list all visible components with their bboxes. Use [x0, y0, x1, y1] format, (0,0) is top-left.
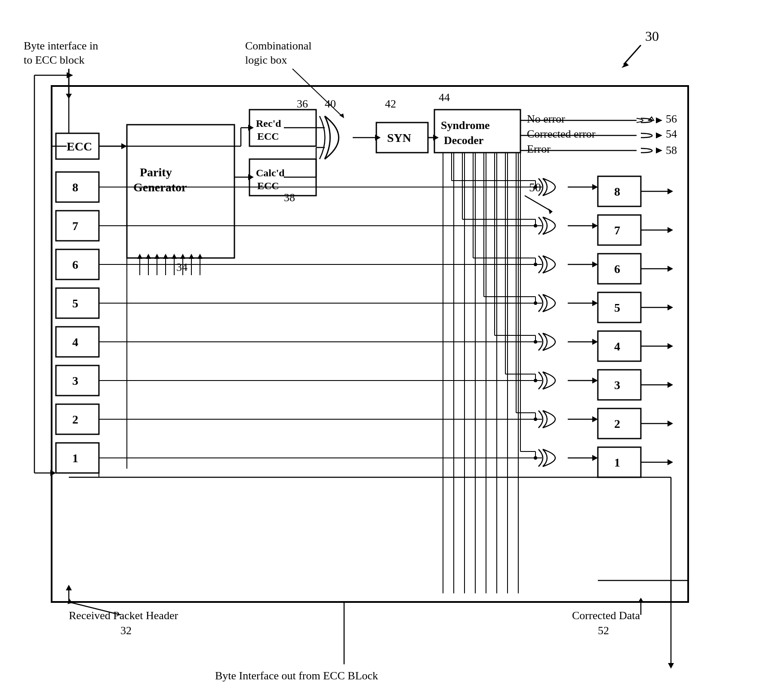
label-58: 58	[666, 144, 677, 157]
byte-1-left: 1	[72, 451, 78, 465]
svg-point-102	[534, 263, 537, 266]
svg-marker-150	[668, 227, 673, 233]
svg-marker-112	[592, 378, 598, 384]
diagram-container: 30 Byte interface in to ECC block Combin…	[0, 0, 763, 700]
svg-marker-35	[248, 125, 254, 131]
label-36: 36	[297, 98, 308, 110]
svg-marker-64	[548, 209, 553, 214]
svg-marker-152	[668, 266, 673, 272]
svg-marker-100	[592, 261, 598, 267]
svg-marker-15	[146, 254, 151, 259]
svg-marker-160	[668, 421, 673, 427]
svg-marker-148	[668, 188, 673, 194]
svg-point-106	[534, 301, 537, 305]
byte-5-right: 5	[614, 301, 620, 314]
corrected-data-number: 52	[598, 624, 609, 637]
label-34: 34	[176, 261, 188, 273]
ecc-block-diagram: 30 Byte interface in to ECC block Combin…	[0, 0, 763, 700]
received-packet-header-label: Received Packet Header	[69, 609, 178, 622]
svg-marker-27	[197, 254, 203, 259]
svg-marker-108	[592, 339, 598, 345]
svg-marker-54	[656, 147, 662, 154]
byte-8-right: 8	[614, 185, 620, 198]
byte-2-right: 2	[614, 417, 620, 430]
svg-marker-120	[592, 455, 598, 461]
svg-point-110	[534, 340, 537, 344]
byte-7-left: 7	[72, 219, 78, 233]
syn-label: SYN	[387, 131, 411, 144]
label-40: 40	[325, 98, 336, 110]
svg-point-118	[534, 418, 537, 421]
svg-marker-166	[638, 598, 644, 603]
byte-6-right: 6	[614, 262, 620, 276]
svg-marker-91	[592, 184, 598, 190]
label-44: 44	[439, 91, 450, 104]
svg-marker-162	[668, 459, 673, 465]
svg-marker-13	[137, 254, 142, 259]
parity-generator-label: Parity	[140, 166, 172, 179]
svg-marker-19	[163, 254, 168, 259]
svg-point-122	[534, 456, 537, 460]
label-56: 56	[666, 113, 677, 125]
byte-5-left: 5	[72, 297, 78, 310]
calcd-ecc-label: Calc'd	[256, 167, 285, 178]
received-packet-header-number: 32	[120, 624, 132, 637]
byte-8-left: 8	[72, 181, 78, 194]
byte-2-left: 2	[72, 413, 78, 426]
svg-marker-44	[375, 135, 381, 141]
byte-6-left: 6	[72, 258, 78, 271]
byte-7-right: 7	[614, 224, 620, 237]
svg-marker-158	[668, 382, 673, 388]
byte-3-left: 3	[72, 374, 78, 387]
byte-interface-in-label: Byte interface in	[24, 40, 98, 52]
label-38: 38	[284, 191, 295, 204]
svg-marker-172	[668, 663, 674, 669]
svg-marker-177	[67, 72, 73, 78]
syndrome-decoder-label2: Decoder	[444, 134, 483, 147]
svg-marker-154	[668, 304, 673, 310]
label-42: 42	[385, 98, 396, 110]
corrected-data-label: Corrected Data	[572, 609, 640, 622]
svg-line-63	[525, 196, 551, 211]
svg-line-1	[624, 45, 641, 64]
byte-3-right: 3	[614, 378, 620, 392]
svg-marker-186	[50, 470, 56, 476]
combinational-logic-label: Combinational	[245, 40, 312, 52]
error-label: Error	[527, 143, 551, 155]
svg-marker-156	[668, 343, 673, 349]
combinational-logic-label2: logic box	[245, 54, 287, 66]
ecc-box-label: ECC	[67, 140, 92, 153]
svg-marker-104	[592, 300, 598, 306]
byte-interface-out-label: Byte Interface out from ECC BLock	[215, 669, 378, 682]
label-54: 54	[666, 128, 677, 140]
syndrome-decoder-label: Syndrome	[441, 119, 490, 132]
svg-marker-17	[154, 254, 160, 259]
svg-point-98	[534, 224, 537, 227]
ref-number-30: 30	[645, 28, 659, 44]
corrected-error-label: Corrected error	[527, 128, 596, 140]
byte-4-right: 4	[614, 340, 620, 353]
svg-marker-31	[248, 174, 254, 180]
byte-4-left: 4	[72, 335, 78, 349]
svg-marker-21	[172, 254, 177, 259]
svg-marker-23	[180, 254, 185, 259]
byte-interface-in-label2: to ECC block	[24, 54, 85, 66]
svg-point-94	[534, 185, 537, 189]
svg-marker-170	[66, 585, 72, 590]
no-error-label: No error	[527, 113, 565, 125]
calcd-ecc-label2: ECC	[257, 180, 279, 191]
svg-marker-96	[592, 223, 598, 229]
recd-ecc-label2: ECC	[257, 131, 279, 142]
recd-ecc-label: Rec'd	[256, 118, 281, 129]
svg-marker-116	[592, 416, 598, 422]
svg-marker-52	[656, 132, 662, 138]
byte-1-right: 1	[614, 456, 620, 469]
svg-marker-25	[189, 254, 194, 259]
svg-point-114	[534, 379, 537, 382]
svg-marker-50	[656, 117, 662, 123]
